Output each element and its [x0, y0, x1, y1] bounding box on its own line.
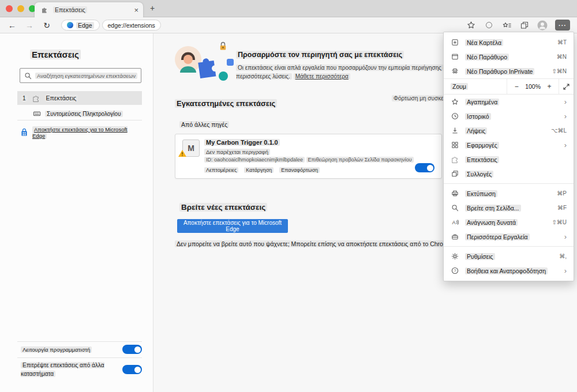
extension-id: ID: oaohcoaiclhmopkoiaecnimjkmlbpdalee — [204, 157, 305, 163]
forward-button[interactable]: → — [24, 21, 35, 30]
allow-other-stores-label: Επιτρέψτε επεκτάσεις από άλλα καταστήματ… — [21, 362, 104, 377]
browser-settings-menu: Νέα Καρτέλα ⌘T Νέο Παράθυρο ⌘N Νέο Παράθ… — [443, 32, 574, 281]
menu-divider — [444, 246, 574, 247]
menu-item-collections[interactable]: Συλλογές — [444, 167, 574, 181]
puzzle-icon — [451, 156, 459, 163]
teal-dot-illustration — [219, 71, 228, 81]
zoom-value: 100% — [525, 83, 541, 90]
menu-item-history[interactable]: Ιστορικό › — [444, 109, 574, 123]
hero-description: Οι επεκτάσεις είναι απλά εργαλεία που πρ… — [236, 63, 478, 81]
menu-item-label: Εκτύπωση — [465, 190, 497, 197]
warning-icon — [178, 150, 186, 158]
menu-item-label: Αγαπημένα — [465, 99, 499, 105]
menu-shortcut: ⇧⌘N — [552, 68, 567, 74]
browser-tab[interactable]: Επεκτάσεις × — [35, 2, 143, 17]
menu-item-apps[interactable]: Εφαρμογές › — [444, 138, 574, 152]
menu-item-favorites[interactable]: Αγαπημένα › — [444, 95, 574, 109]
star-icon — [451, 98, 459, 105]
collections-button[interactable] — [519, 20, 530, 31]
developer-mode-toggle[interactable] — [122, 345, 142, 354]
menu-shortcut: ⌘, — [559, 253, 567, 259]
chevron-right-icon: › — [564, 141, 567, 149]
sidebar-item-label: Επεκτάσεις — [44, 95, 78, 101]
menu-item-downloads[interactable]: Λήψεις ⌥⌘L — [444, 123, 574, 138]
chrome-store-note: Δεν μπορείτε να βρείτε αυτό που ψάχνετε;… — [175, 240, 485, 247]
apps-grid-icon — [451, 141, 459, 149]
menu-item-label: Νέα Καρτέλα — [465, 39, 503, 46]
sidebar-item-extensions[interactable]: 1 Επεκτάσεις — [17, 91, 142, 105]
hero-title: Προσαρμόστε τον περιηγητή σας με επεκτάσ… — [236, 51, 404, 59]
edge-logo-icon — [67, 22, 73, 28]
fullscreen-button[interactable] — [559, 79, 574, 94]
menu-item-label: Εφαρμογές — [465, 142, 499, 149]
get-extensions-button[interactable]: Αποκτήστε επεκτάσεις για το Microsoft Ed… — [177, 219, 288, 233]
find-extensions-heading: Βρείτε νέες επεκτάσεις — [179, 203, 267, 212]
menu-divider — [444, 183, 574, 184]
zoom-in-button[interactable]: + — [546, 82, 553, 91]
remove-button[interactable]: Κατάργηση — [244, 167, 273, 173]
zoom-out-button[interactable]: − — [513, 82, 520, 91]
inspect-views-link[interactable]: Επιθεώρηση προβολών Σελίδα παρασκηνίου — [306, 157, 414, 163]
menu-shortcut: ⌘F — [557, 205, 567, 211]
menu-item-new-inprivate-window[interactable]: Νέο Παράθυρο InPrivate ⇧⌘N — [444, 64, 574, 78]
minimize-window-button[interactable] — [17, 5, 24, 12]
extension-toolbar-icon[interactable] — [484, 20, 494, 31]
menu-item-help-and-feedback[interactable]: ? Βοήθεια και Ανατροφοδότηση › — [444, 263, 574, 278]
sidebar: Επεκτάσεις Αναζήτηση εγκατεστημένων επεκ… — [0, 33, 153, 392]
search-icon — [24, 70, 32, 81]
get-extensions-link[interactable]: Αποκτήστε επεκτάσεις για το Microsoft Ed… — [20, 126, 143, 139]
inprivate-icon — [451, 67, 459, 75]
search-input[interactable]: Αναζήτηση εγκατεστημένων επεκτάσεων — [20, 68, 141, 83]
history-icon — [451, 112, 459, 120]
chevron-right-icon: › — [564, 267, 567, 274]
sidebar-item-keyboard-shortcuts[interactable]: Συντομεύσεις Πληκτρολογίου — [17, 107, 142, 120]
toolbar: ← → ↻ Edge edge://extensions ··· — [0, 17, 577, 33]
menu-item-zoom: Ζουμ − 100% + — [444, 78, 574, 95]
reload-button[interactable]: Επαναφόρτωση — [279, 167, 320, 173]
extension-name: My Carbon Trigger 0.1.0 — [204, 139, 280, 146]
address-bar[interactable]: edge://extensions — [102, 20, 161, 31]
puzzle-illustration — [193, 51, 222, 81]
profile-avatar[interactable] — [537, 20, 548, 31]
back-button[interactable]: ← — [7, 21, 17, 30]
menu-item-extensions[interactable]: Επεκτάσεις — [444, 152, 574, 167]
extensions-count-badge: 1 — [21, 95, 28, 101]
store-icon — [20, 129, 28, 137]
favorite-this-page-button[interactable] — [466, 20, 476, 31]
menu-item-label: Νέο Παράθυρο InPrivate — [465, 68, 534, 75]
menu-item-new-tab[interactable]: Νέα Καρτέλα ⌘T — [444, 35, 574, 50]
close-window-button[interactable] — [6, 5, 13, 12]
favorites-button[interactable] — [501, 20, 512, 31]
menu-item-label: Επεκτάσεις — [465, 156, 499, 163]
developer-mode-label: Λειτουργία προγραμματιστή — [21, 346, 92, 353]
menu-item-new-window[interactable]: Νέο Παράθυρο ⌘N — [444, 50, 574, 64]
blue-square-illustration — [227, 59, 234, 66]
menu-item-label: Περισσότερα Εργαλεία — [465, 233, 530, 240]
refresh-button[interactable]: ↻ — [42, 21, 52, 30]
source-group-label: Από άλλες πηγές — [179, 121, 229, 128]
new-tab-icon — [451, 39, 459, 46]
tab-close-icon[interactable]: × — [134, 6, 138, 14]
learn-more-link[interactable]: Μάθετε περισσότερα — [294, 73, 350, 80]
menu-item-find-on-page[interactable]: Βρείτε στη Σελίδα... ⌘F — [444, 201, 574, 215]
menu-shortcut: ⇧⌘U — [552, 219, 567, 225]
settings-menu-button[interactable]: ··· — [555, 20, 570, 31]
chevron-right-icon: › — [564, 98, 567, 105]
installed-extensions-heading: Εγκατεστημένες επεκτάσεις — [175, 99, 277, 108]
menu-item-more-tools[interactable]: Περισσότερα Εργαλεία › — [444, 229, 574, 244]
puzzle-icon — [32, 95, 40, 102]
menu-item-label: Ρυθμίσεις — [465, 253, 495, 260]
extension-description: Δεν παρέχεται περιγραφή — [204, 149, 270, 155]
new-tab-button[interactable]: + — [147, 3, 158, 14]
printer-icon — [451, 190, 459, 197]
page-title: Επεκτάσεις — [30, 50, 81, 59]
extension-enabled-toggle[interactable] — [415, 163, 434, 172]
details-button[interactable]: Λεπτομέρειες — [204, 167, 238, 173]
menu-item-settings[interactable]: Ρυθμίσεις ⌘, — [444, 249, 574, 263]
chevron-right-icon: › — [564, 233, 567, 240]
site-info-badge[interactable]: Edge — [61, 20, 100, 31]
menu-shortcut: ⌥⌘L — [551, 127, 567, 134]
allow-other-stores-toggle[interactable] — [122, 365, 142, 374]
menu-item-read-aloud[interactable]: A Ανάγνωση δυνατά ⇧⌘U — [444, 215, 574, 229]
menu-item-print[interactable]: Εκτύπωση ⌘P — [444, 186, 574, 201]
